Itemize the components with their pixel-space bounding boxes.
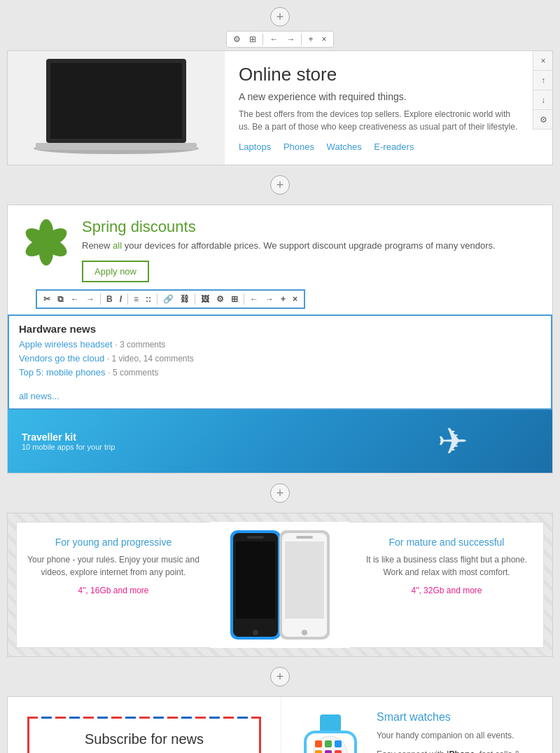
young-card-desc: Your phone - your rules. Enjoy your musi…	[27, 553, 200, 579]
toolbar-add-btn[interactable]: +	[304, 33, 316, 46]
add-between-3-4: +	[7, 657, 553, 696]
add-circle-1-2[interactable]: +	[270, 175, 290, 195]
top-add-circle[interactable]: +	[270, 7, 290, 27]
watch-desc2: Easy connect with iPhone, fast calls & S…	[377, 748, 538, 753]
link-watches[interactable]: Watches	[327, 141, 362, 152]
news-link-2[interactable]: Vendors go the cloud	[19, 353, 104, 364]
plane-icon: ✈	[438, 420, 468, 462]
watch-text-content: Smart watches Your handy companion on al…	[377, 711, 538, 753]
mature-card-desc: It is like a business class flight but a…	[360, 553, 533, 579]
add-between-2-3: +	[7, 474, 553, 513]
itb-sep3	[157, 293, 158, 305]
itb-fwd[interactable]: →	[83, 293, 97, 305]
watch-image	[295, 711, 365, 753]
itb-back[interactable]: ←	[68, 293, 82, 305]
hardware-news-title: Hardware news	[9, 316, 551, 339]
itb-back2[interactable]: ←	[247, 293, 261, 305]
svg-rect-25	[315, 740, 322, 747]
news-item-2: Vendors go the cloud · 1 video, 14 comme…	[19, 353, 541, 364]
itb-sep2	[127, 293, 128, 305]
toolbar-forward-btn[interactable]: →	[283, 33, 298, 46]
phone-black-svg	[227, 529, 284, 641]
news-meta-3: · 5 comments	[108, 368, 158, 378]
news-meta-1: · 3 comments	[115, 340, 165, 350]
svg-rect-27	[335, 740, 342, 747]
news-link-3[interactable]: Top 5: mobile phones	[19, 367, 106, 378]
news-list: Apple wireless headset · 3 comments Vend…	[9, 339, 551, 388]
news-item-1: Apple wireless headset · 3 comments	[19, 339, 541, 350]
section-online-store: Online store A new experience with requi…	[7, 50, 553, 165]
svg-rect-17	[285, 541, 324, 619]
online-store-title: Online store	[239, 64, 519, 85]
young-card-title: For young and progressive	[55, 537, 172, 548]
svg-rect-3	[36, 143, 197, 150]
itb-cut[interactable]: ✂	[41, 293, 53, 305]
mature-card-title: For mature and successful	[389, 537, 505, 548]
traveller-subtitle: 10 mobile apps for your trip	[22, 443, 115, 451]
phone-white-svg	[276, 529, 332, 641]
apply-now-button[interactable]: Apply now	[82, 261, 149, 282]
itb-fwd2[interactable]: →	[262, 293, 276, 305]
add-between-1-2: +	[7, 165, 553, 205]
link-laptops[interactable]: Laptops	[239, 141, 271, 152]
itb-unlink[interactable]: ⛓	[178, 293, 192, 305]
sidebar-down-btn[interactable]: ↓	[533, 90, 553, 110]
add-circle-2-3[interactable]: +	[270, 483, 290, 503]
toolbar-sep2	[301, 34, 302, 45]
itb-grid[interactable]: ⊞	[228, 293, 241, 305]
svg-rect-1	[50, 63, 182, 139]
phone-card-mature: For mature and successful It is like a b…	[350, 522, 544, 648]
sidebar-up-btn[interactable]: ↑	[533, 71, 553, 90]
itb-sep1	[100, 293, 101, 305]
traveller-banner: Traveller kit 10 mobile apps for your tr…	[8, 410, 552, 473]
itb-link[interactable]: 🔗	[160, 293, 176, 305]
itb-add[interactable]: +	[278, 293, 288, 305]
phone-comparison-content: For young and progressive Your phone - y…	[8, 513, 552, 656]
itb-copy[interactable]: ⧉	[55, 293, 66, 305]
news-item-3: Top 5: mobile phones · 5 comments	[19, 367, 541, 378]
all-news-link[interactable]: all news...	[9, 388, 551, 408]
itb-sep5	[244, 293, 244, 305]
section-spring-discounts: Spring discounts Renew all your devices …	[7, 205, 553, 474]
svg-rect-12	[236, 541, 275, 619]
section1-right-sidebar: × ↑ ↓ ⚙	[533, 51, 552, 130]
svg-rect-20	[320, 714, 341, 732]
itb-bold[interactable]: B	[104, 293, 115, 305]
sidebar-gear-btn[interactable]: ⚙	[533, 110, 553, 130]
itb-gear[interactable]: ⚙	[214, 293, 227, 305]
add-circle-3-4[interactable]: +	[270, 667, 290, 686]
hardware-news-section: Hardware news Apple wireless headset · 3…	[8, 315, 552, 410]
toolbar-grid-btn[interactable]: ⊞	[246, 33, 260, 46]
online-store-description: The best offers from the devices top sel…	[239, 108, 519, 133]
phones-images	[210, 522, 350, 648]
itb-img[interactable]: 🖼	[198, 293, 212, 305]
subscribe-watches-content: Subscribe for news Please specify your e…	[8, 697, 552, 753]
itb-ol[interactable]: ::	[143, 293, 154, 305]
toolbar-gear-btn[interactable]: ⚙	[230, 33, 244, 46]
spring-discounts-text: Spring discounts Renew all your devices …	[82, 218, 538, 282]
link-ereaders[interactable]: E-readers	[374, 141, 414, 152]
toolbar-back-btn[interactable]: ←	[266, 33, 281, 46]
spring-discounts-top: Spring discounts Renew all your devices …	[8, 205, 552, 289]
traveller-title: Traveller kit	[22, 431, 115, 443]
sidebar-close-btn[interactable]: ×	[533, 51, 553, 71]
mature-card-size: 4", 32Gb and more	[412, 586, 482, 595]
itb-italic[interactable]: I	[117, 293, 125, 305]
online-store-content: Online store A new experience with requi…	[225, 51, 533, 165]
itb-close[interactable]: ×	[290, 293, 300, 305]
news-link-1[interactable]: Apple wireless headset	[19, 339, 113, 350]
watch-desc1: Your handy companion on all events.	[377, 729, 538, 742]
toolbar-sep1	[262, 34, 263, 45]
toolbar-close-btn[interactable]: ×	[318, 33, 330, 46]
section-phone-comparison: For young and progressive Your phone - y…	[7, 513, 553, 657]
laptop-image	[8, 51, 225, 165]
subscribe-title: Subscribe for news	[43, 731, 245, 747]
subscribe-inner: Subscribe for news Please specify your e…	[27, 717, 261, 753]
subscribe-section: Subscribe for news Please specify your e…	[8, 697, 281, 753]
spring-discounts-desc: Renew all your devices for affordable pr…	[82, 240, 538, 251]
svg-rect-29	[325, 750, 332, 753]
svg-rect-26	[325, 740, 332, 747]
itb-sep4	[195, 293, 195, 305]
itb-ul[interactable]: ≡	[131, 293, 141, 305]
link-phones[interactable]: Phones	[284, 141, 314, 152]
